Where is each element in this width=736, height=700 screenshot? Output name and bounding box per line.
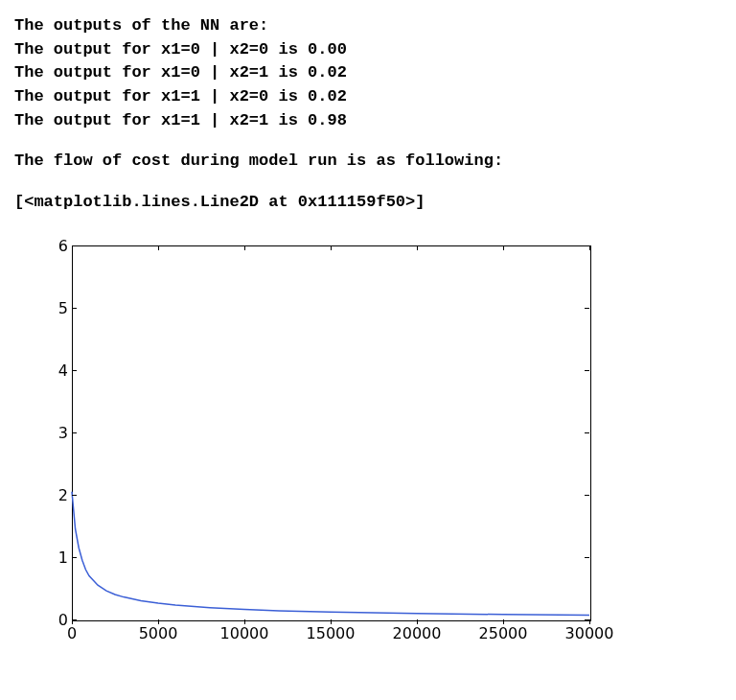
xtick-label-20000: 20000 xyxy=(393,624,442,642)
ytick-mark-r-2 xyxy=(585,495,589,496)
ytick-label-0: 0 xyxy=(49,611,68,629)
output-row-1: The output for x1=0 | x2=0 is 0.00 xyxy=(14,38,722,62)
xtick-mark-30000 xyxy=(589,619,590,624)
xtick-label-30000: 30000 xyxy=(565,624,614,642)
ytick-mark-1 xyxy=(72,557,77,558)
cost-chart: 0123456050001000015000200002500030000 xyxy=(24,231,599,653)
xtick-label-15000: 15000 xyxy=(307,624,356,642)
ytick-mark-r-3 xyxy=(585,432,589,433)
ytick-mark-5 xyxy=(72,308,77,309)
xtick-mark-0 xyxy=(72,619,73,624)
xtick-mark-20000 xyxy=(417,619,418,624)
xtick-mark-25000 xyxy=(503,619,504,624)
xtick-label-0: 0 xyxy=(67,624,77,642)
ytick-mark-r-4 xyxy=(585,370,589,371)
xtick-mark-15000 xyxy=(331,619,332,624)
xtick-mark-10000 xyxy=(244,619,245,624)
xtick-mark-t-15000 xyxy=(331,245,332,250)
flow-caption: The flow of cost during model run is as … xyxy=(14,150,722,174)
ytick-label-2: 2 xyxy=(49,486,68,504)
ytick-mark-4 xyxy=(72,370,77,371)
xtick-label-5000: 5000 xyxy=(139,624,178,642)
xtick-mark-t-30000 xyxy=(589,245,590,250)
nn-output-text: The outputs of the NN are: The output fo… xyxy=(14,14,722,214)
output-header: The outputs of the NN are: xyxy=(14,14,722,38)
xtick-label-25000: 25000 xyxy=(479,624,528,642)
ytick-mark-3 xyxy=(72,432,77,433)
ytick-label-3: 3 xyxy=(49,424,68,442)
ytick-mark-2 xyxy=(72,495,77,496)
xtick-mark-5000 xyxy=(158,619,159,624)
xtick-mark-t-5000 xyxy=(158,245,159,250)
output-row-2: The output for x1=0 | x2=1 is 0.02 xyxy=(14,61,722,85)
ytick-label-6: 6 xyxy=(49,237,68,255)
matplotlib-repr: [<matplotlib.lines.Line2D at 0x111159f50… xyxy=(14,191,722,215)
ytick-label-1: 1 xyxy=(49,548,68,567)
ytick-mark-r-1 xyxy=(585,557,589,558)
xtick-mark-t-0 xyxy=(72,245,73,250)
ytick-mark-r-5 xyxy=(585,308,589,309)
output-row-3: The output for x1=1 | x2=0 is 0.02 xyxy=(14,85,722,109)
xtick-mark-t-25000 xyxy=(503,245,504,250)
xtick-mark-t-10000 xyxy=(244,245,245,250)
ytick-label-5: 5 xyxy=(49,299,68,317)
ytick-label-4: 4 xyxy=(49,362,68,380)
xtick-mark-t-20000 xyxy=(417,245,418,250)
output-row-4: The output for x1=1 | x2=1 is 0.98 xyxy=(14,109,722,133)
xtick-label-10000: 10000 xyxy=(220,624,269,642)
cost-curve xyxy=(72,245,589,619)
